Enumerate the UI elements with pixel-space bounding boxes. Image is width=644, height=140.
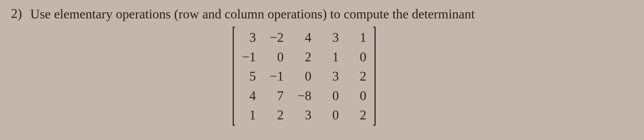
problem-content: Use elementary operations (row and colum… [30, 6, 633, 126]
determinant-matrix: 3 −2 4 3 1 −1 0 2 1 0 5 −1 0 3 2 4 7 [233, 27, 375, 126]
matrix-cell: 1 [353, 29, 367, 46]
matrix-cell: 2 [270, 106, 284, 123]
matrix-cell: 0 [325, 87, 339, 104]
matrix-cell: 2 [298, 48, 312, 65]
matrix-cell: 7 [270, 87, 284, 104]
problem-text: Use elementary operations (row and colum… [30, 6, 633, 23]
matrix-cell: 0 [270, 48, 284, 65]
determinant-container: 3 −2 4 3 1 −1 0 2 1 0 5 −1 0 3 2 4 7 [30, 27, 633, 126]
matrix-cell: 1 [325, 48, 339, 65]
matrix-cell: 3 [298, 106, 312, 123]
matrix-cell: 0 [298, 68, 312, 85]
matrix-cell: 5 [242, 68, 256, 85]
problem-container: 2) Use elementary operations (row and co… [11, 6, 633, 126]
matrix-cell: −1 [242, 48, 256, 65]
matrix-cell: 3 [242, 29, 256, 46]
matrix-cell: 4 [242, 87, 256, 104]
bracket-left [233, 27, 235, 126]
matrix-cell: 2 [353, 106, 367, 123]
bracket-right [373, 27, 376, 126]
matrix-cell: 0 [325, 106, 339, 123]
matrix-cell: 0 [353, 48, 367, 65]
matrix-cell: −8 [298, 87, 312, 104]
matrix-cell: 1 [242, 106, 256, 123]
matrix-cell: 0 [353, 87, 367, 104]
matrix-cell: −2 [270, 29, 284, 46]
problem-number: 2) [11, 6, 22, 21]
matrix-grid: 3 −2 4 3 1 −1 0 2 1 0 5 −1 0 3 2 4 7 [235, 27, 373, 126]
matrix-cell: 4 [298, 29, 312, 46]
matrix-cell: 3 [325, 68, 339, 85]
matrix-cell: −1 [270, 68, 284, 85]
matrix-cell: 3 [325, 29, 339, 46]
matrix-cell: 2 [353, 68, 367, 85]
